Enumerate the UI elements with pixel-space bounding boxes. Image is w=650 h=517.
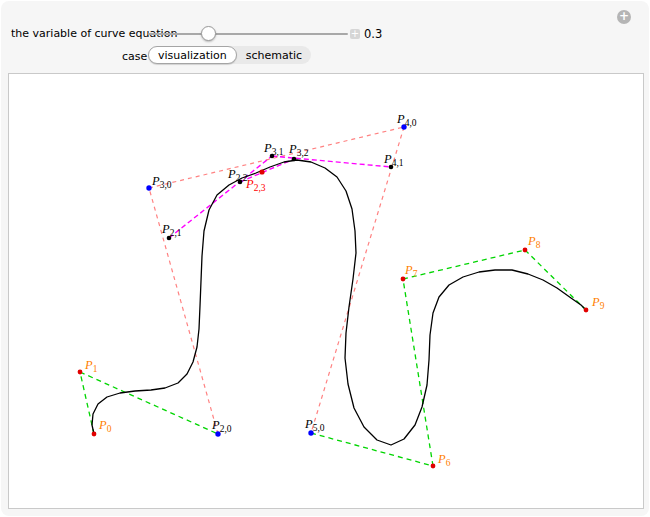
label-P5,0: P5,0 (304, 417, 325, 433)
label-P4,1: P4,1 (383, 152, 404, 168)
demonstration-panel: + the variable of curve equation + 0.3 c… (1, 1, 649, 516)
point-P0[interactable] (92, 432, 97, 437)
point-P8[interactable] (523, 248, 528, 253)
label-P2,3: P2,3 (245, 177, 266, 193)
label-P3,1: P3,1 (263, 141, 284, 157)
point-P1[interactable] (78, 370, 83, 375)
label-P4,0: P4,0 (396, 112, 417, 128)
label-P3,0: P3,0 (151, 174, 172, 190)
point-P6[interactable] (431, 464, 436, 469)
point-P3,2 (292, 157, 297, 162)
label-P1: P1 (84, 358, 98, 374)
label-P9: P9 (591, 295, 605, 311)
spline-curve (92, 160, 586, 445)
point-P9[interactable] (584, 308, 589, 313)
label-P0: P0 (98, 418, 112, 434)
point-P7[interactable] (401, 277, 406, 282)
active-span-polygon-edge (149, 127, 404, 188)
point-P3,0[interactable] (146, 185, 151, 190)
control-polygon-edge (403, 250, 525, 279)
active-span-polygon-edge (149, 188, 218, 434)
label-P6: P6 (437, 452, 451, 468)
control-polygon-edge (525, 250, 586, 310)
bspline-plot: P0P1P2,0P3,0P4,0P5,0P6P7P8P9P2,1P2,2P3,1… (1, 1, 650, 517)
control-polygon-edge (311, 433, 433, 466)
label-P7: P7 (404, 263, 418, 279)
label-P2,0: P2,0 (211, 418, 232, 434)
label-P3,2: P3,2 (288, 142, 309, 158)
label-P8: P8 (527, 234, 541, 250)
label-P2,2: P2,2 (227, 167, 248, 183)
label-P2,1: P2,1 (161, 222, 182, 238)
de-boor-intermediate-edge (169, 156, 272, 238)
active-span-polygon-edge (311, 127, 404, 433)
point-P2,3 (259, 169, 264, 174)
